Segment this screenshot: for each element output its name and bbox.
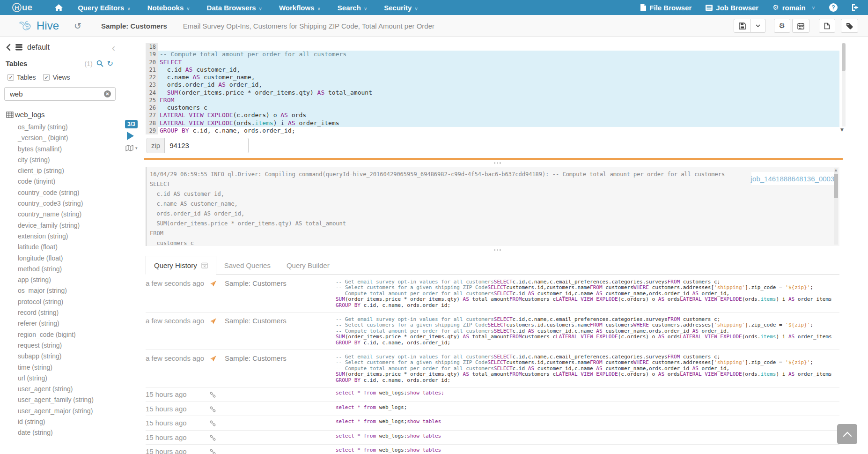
- refresh-icon[interactable]: ↻: [107, 59, 113, 68]
- column-item[interactable]: country_code3 (string): [0, 198, 119, 209]
- save-button[interactable]: [734, 19, 751, 33]
- job-browser-link[interactable]: Job Browser: [706, 4, 758, 12]
- column-item[interactable]: city (string): [0, 155, 119, 165]
- column-item[interactable]: user_agent (string): [0, 384, 119, 394]
- table-search-input[interactable]: [4, 87, 116, 101]
- table-web-logs[interactable]: web_logs: [6, 111, 119, 119]
- filter-views-checkbox[interactable]: ✓ Views: [43, 74, 70, 81]
- help-icon[interactable]: ?: [829, 3, 838, 12]
- code-line[interactable]: 23 ords.order_id AS order_id,: [146, 81, 839, 89]
- column-item[interactable]: latitude (float): [0, 242, 119, 253]
- column-item[interactable]: os_major (string): [0, 285, 119, 296]
- column-item[interactable]: country_code (string): [0, 187, 119, 198]
- history-row[interactable]: 15 hours agoselect * from web_logs;show …: [146, 431, 839, 445]
- collapse-sidebar-icon[interactable]: ‹: [112, 42, 115, 54]
- scroll-up-icon[interactable]: ▲: [834, 168, 838, 172]
- pane-resize-handle[interactable]: [494, 162, 501, 164]
- column-item[interactable]: subapp (string): [0, 351, 119, 362]
- log-scrollbar[interactable]: ▲: [834, 168, 838, 245]
- filter-tables-checkbox[interactable]: ✓ Tables: [7, 74, 36, 81]
- column-item[interactable]: method (string): [0, 264, 119, 275]
- history-row[interactable]: 15 hours agoselect * from web_logs;show …: [146, 416, 839, 431]
- column-item[interactable]: bytes (smallint): [0, 144, 119, 155]
- column-item[interactable]: referer (string): [0, 318, 119, 329]
- history-row[interactable]: a few seconds agoSample: Customers-- Get…: [146, 350, 839, 387]
- job-link[interactable]: job_1461888648136_0003: [751, 175, 835, 183]
- column-item[interactable]: url (string): [0, 373, 119, 384]
- sign-out-icon[interactable]: [852, 4, 859, 11]
- history-row[interactable]: a few seconds agoSample: Customers-- Get…: [146, 275, 839, 313]
- save-dropdown-button[interactable]: [751, 19, 765, 33]
- history-icon[interactable]: ↺: [74, 21, 81, 31]
- hive-app-button[interactable]: Hive: [19, 19, 59, 32]
- document-icon: [824, 22, 830, 30]
- code-line[interactable]: 20SELECT: [146, 59, 839, 66]
- browse-results-button[interactable]: ▾: [125, 145, 138, 151]
- tab-query-builder[interactable]: Query Builder: [279, 256, 338, 275]
- back-icon[interactable]: [6, 44, 11, 51]
- clear-search-icon[interactable]: ✕: [104, 90, 111, 97]
- column-item[interactable]: code (tinyint): [0, 176, 119, 187]
- code-line[interactable]: 18: [146, 43, 839, 51]
- code-editor[interactable]: 1819-- Compute total amount per order fo…: [146, 43, 839, 135]
- new-query-button[interactable]: [819, 19, 835, 33]
- column-item[interactable]: user_agent_family (string): [0, 394, 119, 405]
- menu-data-browsers[interactable]: Data Browsers∨: [207, 4, 262, 12]
- pane-resize-handle[interactable]: [494, 249, 501, 251]
- column-item[interactable]: time (string): [0, 362, 119, 373]
- calendar-x-icon[interactable]: [201, 262, 208, 268]
- menu-workflows[interactable]: Workflows∨: [279, 4, 321, 12]
- column-item[interactable]: request (string): [0, 340, 119, 351]
- menu-security[interactable]: Security∨: [384, 4, 418, 12]
- column-item[interactable]: extension (string): [0, 231, 119, 242]
- column-item[interactable]: date (string): [0, 427, 119, 438]
- column-item[interactable]: os_family (string): [0, 122, 119, 133]
- column-item[interactable]: _version_ (bigint): [0, 133, 119, 143]
- column-item[interactable]: longitude (float): [0, 253, 119, 264]
- code-line[interactable]: 27LATERAL VIEW EXPLODE(c.orders) o AS or…: [146, 112, 839, 119]
- schedule-button[interactable]: [792, 19, 809, 33]
- column-item[interactable]: region_code (bigint): [0, 329, 119, 340]
- scroll-to-top-button[interactable]: [837, 424, 857, 444]
- code-line[interactable]: 21 c.id AS customer_id,: [146, 66, 839, 74]
- history-row[interactable]: a few seconds agoSample: Customers-- Get…: [146, 313, 839, 350]
- user-menu[interactable]: ⚙ romain ∨: [772, 3, 815, 12]
- menu-search[interactable]: Search∨: [338, 4, 367, 12]
- file-browser-link[interactable]: File Browser: [640, 4, 691, 12]
- column-item[interactable]: record (string): [0, 307, 119, 318]
- menu-query-editors[interactable]: Query Editors∨: [78, 4, 131, 12]
- search-icon[interactable]: [96, 60, 103, 67]
- database-name[interactable]: default: [27, 43, 50, 52]
- code-line[interactable]: 22 c.name AS customer_name,: [146, 74, 839, 81]
- column-item[interactable]: country_name (string): [0, 209, 119, 220]
- execute-button[interactable]: [127, 132, 134, 140]
- hue-logo[interactable]: H ue: [12, 2, 32, 13]
- code-line[interactable]: 29GROUP BY c.id, c.name, ords.order_id;: [146, 127, 839, 134]
- tab-saved-queries[interactable]: Saved Queries: [216, 256, 279, 275]
- code-line[interactable]: 25FROM: [146, 97, 839, 104]
- top-navbar: H ue Query Editors∨ Notebooks∨ Data Brow…: [0, 0, 868, 15]
- tags-button[interactable]: [841, 19, 858, 33]
- column-item[interactable]: id (string): [0, 417, 119, 427]
- line-number: 22: [146, 74, 158, 81]
- column-item[interactable]: device_family (string): [0, 220, 119, 231]
- line-number: 29: [146, 127, 158, 134]
- settings-button[interactable]: ⚙: [774, 19, 790, 33]
- column-item[interactable]: app (string): [0, 275, 119, 285]
- column-item[interactable]: protocol (string): [0, 297, 119, 307]
- tab-query-history[interactable]: Query History: [146, 256, 216, 275]
- code-line[interactable]: 19-- Compute total amount per order for …: [146, 51, 839, 58]
- menu-notebooks[interactable]: Notebooks∨: [147, 4, 190, 12]
- zip-param-input[interactable]: [165, 138, 248, 153]
- home-icon[interactable]: [55, 4, 63, 11]
- scroll-down-icon[interactable]: ▼: [840, 127, 844, 132]
- column-item[interactable]: client_ip (string): [0, 165, 119, 176]
- column-item[interactable]: user_agent_major (string): [0, 406, 119, 417]
- editor-scrollbar[interactable]: ▼: [840, 43, 846, 135]
- code-line[interactable]: 28LATERAL VIEW EXPLODE(ords.items) i AS …: [146, 119, 839, 127]
- history-row[interactable]: 15 hours agoselect * from web_logs;show …: [146, 445, 839, 454]
- code-line[interactable]: 24 SUM(order_items.price * order_items.q…: [146, 89, 839, 97]
- code-line[interactable]: 26 customers c: [146, 104, 839, 112]
- history-row[interactable]: 15 hours agoselect * from web_logs;: [146, 402, 839, 417]
- history-row[interactable]: 15 hours agoselect * from web_logs;show …: [146, 387, 839, 402]
